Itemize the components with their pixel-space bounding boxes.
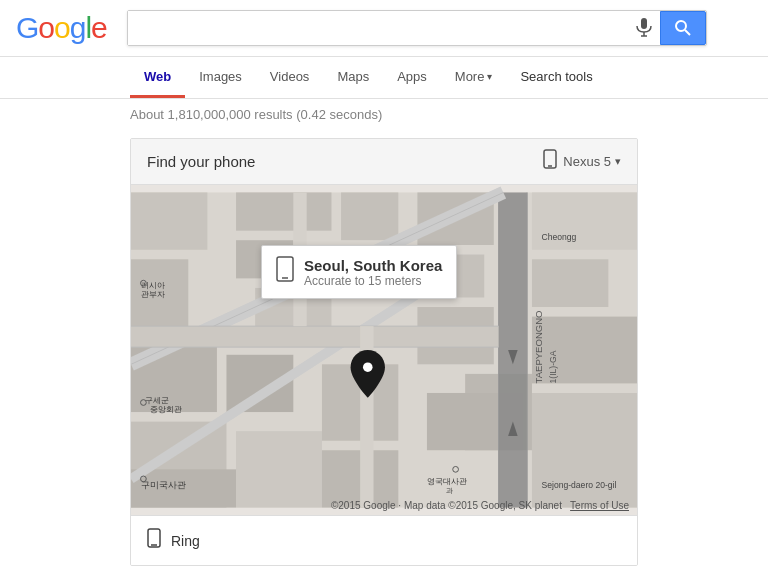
results-info: About 1,810,000,000 results (0.42 second…	[0, 99, 768, 130]
svg-rect-24	[532, 259, 608, 307]
tab-videos[interactable]: Videos	[256, 57, 324, 98]
header: Google find my phone	[0, 0, 768, 57]
tab-images[interactable]: Images	[185, 57, 256, 98]
tab-web[interactable]: Web	[130, 57, 185, 98]
device-dropdown-arrow: ▾	[615, 155, 621, 168]
svg-point-3	[676, 21, 686, 31]
svg-rect-0	[641, 18, 647, 29]
svg-text:영국대사관: 영국대사관	[427, 477, 467, 486]
widget-footer[interactable]: Ring	[131, 515, 637, 565]
tab-maps[interactable]: Maps	[323, 57, 383, 98]
svg-rect-8	[131, 192, 207, 249]
more-dropdown-arrow: ▾	[487, 71, 492, 82]
tab-apps[interactable]: Apps	[383, 57, 441, 98]
svg-rect-12	[236, 192, 331, 230]
search-input[interactable]: find my phone	[128, 11, 628, 45]
svg-text:구미국사관: 구미국사관	[141, 480, 186, 490]
map-area[interactable]: TAEPYEONGNO 1(IL)-GA Sejong-daero 20-gil…	[131, 185, 637, 515]
logo-g: G	[16, 11, 38, 44]
svg-text:TAEPYEONGNO: TAEPYEONGNO	[533, 310, 544, 383]
device-selector[interactable]: Nexus 5 ▾	[543, 149, 621, 174]
nav-tabs: Web Images Videos Maps Apps More ▾ Searc…	[0, 57, 768, 99]
logo-o2: o	[54, 11, 70, 44]
svg-text:관부자: 관부자	[141, 290, 165, 299]
widget-header: Find your phone Nexus 5 ▾	[131, 139, 637, 185]
logo-g2: g	[70, 11, 86, 44]
svg-point-61	[363, 362, 373, 372]
find-phone-widget: Find your phone Nexus 5 ▾	[130, 138, 638, 566]
svg-text:Cheongg: Cheongg	[542, 232, 577, 242]
map-copyright: ©2015 Google · Map data ©2015 Google, SK…	[331, 500, 629, 511]
search-bar: find my phone	[127, 10, 707, 46]
svg-text:1(IL)-GA: 1(IL)-GA	[548, 350, 558, 383]
svg-rect-17	[341, 192, 398, 240]
svg-text:구세군: 구세군	[145, 396, 169, 405]
device-phone-icon	[543, 149, 557, 174]
search-button[interactable]	[660, 11, 706, 45]
ring-label: Ring	[171, 533, 200, 549]
google-logo: Google	[16, 11, 107, 45]
tooltip-phone-icon	[276, 256, 294, 288]
svg-text:중앙회관: 중앙회관	[150, 405, 182, 414]
widget-title: Find your phone	[147, 153, 255, 170]
svg-rect-37	[131, 326, 499, 347]
svg-line-4	[685, 30, 690, 35]
location-accuracy: Accurate to 15 meters	[304, 274, 442, 288]
svg-rect-16	[236, 431, 322, 507]
logo-o1: o	[38, 11, 54, 44]
mic-button[interactable]	[628, 18, 660, 38]
location-tooltip: Seoul, South Korea Accurate to 15 meters	[261, 245, 457, 299]
terms-of-use-link[interactable]: Terms of Use	[570, 500, 629, 511]
tooltip-text: Seoul, South Korea Accurate to 15 meters	[304, 257, 442, 288]
svg-text:과: 과	[446, 487, 453, 494]
footer-phone-icon	[147, 528, 161, 553]
location-city: Seoul, South Korea	[304, 257, 442, 274]
map-svg: TAEPYEONGNO 1(IL)-GA Sejong-daero 20-gil…	[131, 185, 637, 515]
search-icon	[675, 20, 691, 36]
mic-icon	[636, 18, 652, 38]
svg-text:Sejong-daero 20-gil: Sejong-daero 20-gil	[542, 480, 617, 490]
logo-e: e	[91, 11, 107, 44]
tab-more[interactable]: More ▾	[441, 57, 507, 98]
tab-search-tools[interactable]: Search tools	[506, 57, 606, 98]
device-name: Nexus 5	[563, 154, 611, 169]
